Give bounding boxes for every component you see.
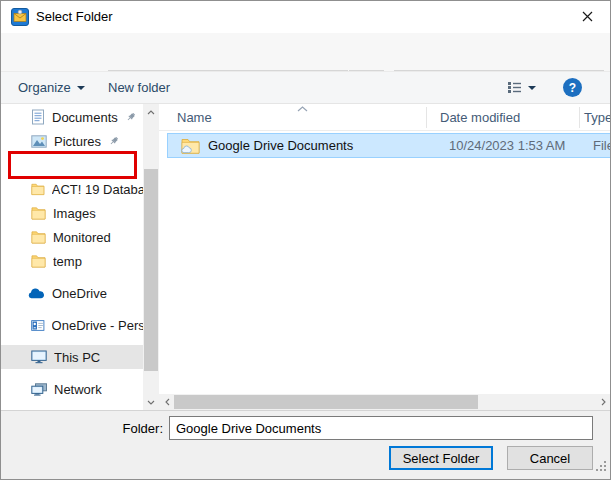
column-divider[interactable] — [579, 107, 580, 128]
file-name: Google Drive Documents — [208, 138, 353, 153]
file-type: File folder — [593, 138, 611, 153]
documents-icon — [31, 109, 45, 125]
sidebar-item-label: This PC — [54, 350, 100, 365]
select-folder-dialog: Select Folder ← → ↑ « Google... › My Dri… — [0, 0, 611, 480]
column-header-type[interactable]: Type — [584, 110, 611, 125]
navigation-sidebar: Documents Pictures G — [1, 104, 143, 410]
sidebar-item-pictures[interactable]: Pictures — [1, 129, 143, 153]
details-view-icon — [507, 81, 522, 94]
file-date-modified: 10/24/2023 1:53 AM — [449, 138, 565, 153]
this-pc-icon — [31, 350, 47, 364]
sidebar-item-onedrive[interactable]: OneDrive — [1, 281, 143, 305]
sort-ascending-icon — [297, 106, 308, 112]
synced-folder-icon — [181, 137, 200, 154]
organize-label: Organize — [18, 80, 71, 95]
select-folder-button[interactable]: Select Folder — [389, 446, 493, 470]
navigation-band: ← → ↑ « Google... › My Drive › ↻ — [1, 33, 610, 71]
file-row-selected[interactable]: Google Drive Documents 10/24/2023 1:53 A… — [167, 133, 611, 158]
scrollbar-thumb[interactable] — [174, 395, 478, 409]
onedrive-personal-icon — [31, 319, 45, 332]
dialog-footer: Folder: Select Folder Cancel — [1, 410, 610, 480]
scrollbar-thumb[interactable] — [144, 169, 158, 371]
file-list-pane: Name Date modified Type Google Drive Doc… — [159, 104, 611, 410]
new-folder-button[interactable]: New folder — [108, 72, 170, 103]
sidebar-item-label: Documents — [52, 110, 118, 125]
sidebar-item-network[interactable]: Network — [1, 377, 143, 401]
command-toolbar: Organize New folder ? — [1, 71, 610, 104]
title-bar: Select Folder — [1, 1, 610, 33]
scroll-right-button[interactable] — [595, 394, 611, 410]
window-title: Select Folder — [36, 9, 113, 24]
sidebar-item-temp[interactable]: temp — [1, 249, 143, 273]
help-button[interactable]: ? — [563, 72, 582, 103]
network-icon — [31, 383, 47, 396]
sidebar-item-label: Pictures — [54, 134, 101, 149]
select-folder-label: Select Folder — [403, 451, 480, 466]
sidebar-item-images[interactable]: Images — [1, 201, 143, 225]
sidebar-item-label: OneDrive — [52, 286, 107, 301]
pictures-icon — [31, 135, 47, 148]
sidebar-item-act-19-databases[interactable]: ACT! 19 Databas — [1, 177, 143, 201]
chevron-down-icon — [528, 86, 536, 90]
new-folder-label: New folder — [108, 80, 170, 95]
scroll-up-button[interactable] — [143, 104, 159, 120]
pin-icon — [108, 135, 120, 147]
pin-icon — [125, 111, 137, 123]
chevron-left-icon — [165, 398, 170, 406]
chevron-up-icon — [147, 110, 155, 115]
sidebar-item-label: OneDrive - Person — [52, 318, 143, 333]
sidebar-item-monitored[interactable]: Monitored — [1, 225, 143, 249]
change-view-button[interactable] — [507, 72, 536, 103]
chevron-down-icon — [147, 400, 155, 405]
horizontal-scrollbar[interactable] — [159, 394, 611, 410]
column-divider[interactable] — [426, 107, 427, 128]
folder-icon — [31, 206, 46, 220]
sidebar-item-label: ACT! 19 Databas — [52, 182, 143, 197]
sidebar-scrollbar[interactable] — [143, 104, 159, 410]
help-icon: ? — [563, 78, 582, 97]
cancel-label: Cancel — [530, 451, 570, 466]
folder-field-label: Folder: — [101, 421, 163, 436]
resize-grip[interactable] — [594, 459, 607, 472]
onedrive-icon — [28, 288, 45, 299]
sidebar-item-this-pc[interactable]: This PC — [1, 345, 143, 369]
column-header-date-modified[interactable]: Date modified — [440, 110, 520, 125]
organize-button[interactable]: Organize — [18, 72, 85, 103]
sidebar-item-label: Network — [54, 382, 102, 397]
chevron-down-icon — [77, 86, 85, 90]
close-button[interactable] — [564, 1, 610, 32]
folder-icon — [31, 182, 45, 196]
column-header-name[interactable]: Name — [177, 110, 212, 125]
scroll-down-button[interactable] — [143, 394, 159, 410]
scroll-left-button[interactable] — [159, 394, 175, 410]
sidebar-item-documents[interactable]: Documents — [1, 105, 143, 129]
sidebar-item-label: Images — [53, 206, 96, 221]
close-icon — [582, 11, 593, 22]
sidebar-item-label: Monitored — [53, 230, 111, 245]
column-header-row: Name Date modified Type — [159, 104, 611, 131]
folder-icon — [31, 230, 46, 244]
sidebar-item-label: temp — [53, 254, 82, 269]
chevron-right-icon — [601, 398, 606, 406]
sidebar-item-onedrive-personal[interactable]: OneDrive - Person — [1, 313, 143, 337]
folder-name-input[interactable] — [169, 416, 593, 440]
app-envelope-icon — [11, 8, 29, 26]
folder-icon — [31, 254, 46, 268]
cancel-button[interactable]: Cancel — [507, 446, 593, 470]
